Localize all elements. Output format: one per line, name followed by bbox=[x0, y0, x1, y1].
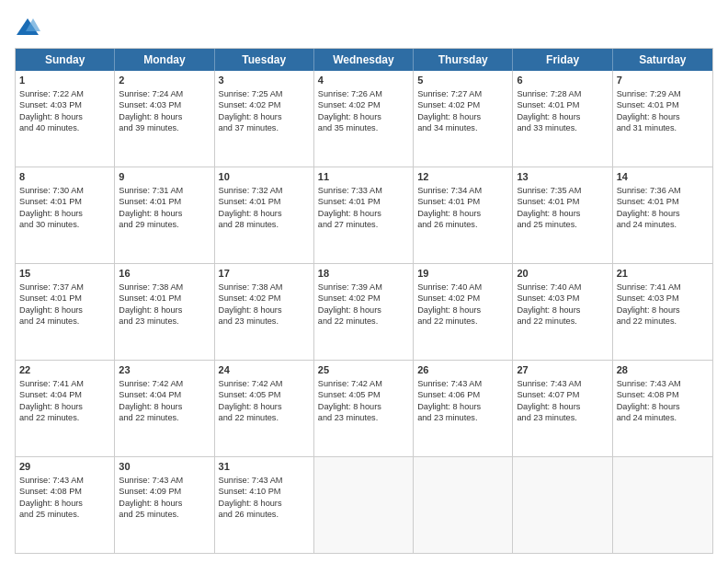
header-day-thursday: Thursday bbox=[414, 49, 513, 71]
day-info-line: Sunrise: 7:43 AM bbox=[219, 475, 310, 486]
day-info-line: Sunset: 4:04 PM bbox=[119, 389, 210, 400]
day-info-line: Sunset: 4:01 PM bbox=[119, 293, 210, 304]
day-info-line: Sunset: 4:10 PM bbox=[219, 486, 310, 497]
header-day-tuesday: Tuesday bbox=[215, 49, 314, 71]
day-info-line: and 37 minutes. bbox=[219, 122, 310, 133]
day-number: 22 bbox=[19, 363, 110, 377]
day-info-line: Daylight: 8 hours bbox=[219, 401, 310, 412]
day-cell-30: 30Sunrise: 7:43 AMSunset: 4:09 PMDayligh… bbox=[115, 457, 214, 553]
day-info-line: Sunrise: 7:42 AM bbox=[119, 378, 210, 389]
day-info-line: Sunrise: 7:35 AM bbox=[517, 185, 608, 196]
week-row-2: 8Sunrise: 7:30 AMSunset: 4:01 PMDaylight… bbox=[16, 167, 712, 264]
day-info-line: Sunset: 4:04 PM bbox=[19, 389, 110, 400]
day-number: 11 bbox=[318, 170, 409, 184]
day-info-line: Sunset: 4:03 PM bbox=[119, 99, 210, 110]
day-info-line: Sunrise: 7:43 AM bbox=[517, 378, 608, 389]
day-info-line: Daylight: 8 hours bbox=[417, 111, 508, 122]
day-cell-8: 8Sunrise: 7:30 AMSunset: 4:01 PMDaylight… bbox=[16, 167, 115, 263]
day-info-line: Daylight: 8 hours bbox=[119, 208, 210, 219]
day-info-line: Sunrise: 7:40 AM bbox=[517, 282, 608, 293]
day-info-line: and 27 minutes. bbox=[318, 219, 409, 230]
day-info-line: Sunrise: 7:32 AM bbox=[219, 185, 310, 196]
day-cell-5: 5Sunrise: 7:27 AMSunset: 4:02 PMDaylight… bbox=[414, 71, 513, 167]
day-cell-16: 16Sunrise: 7:38 AMSunset: 4:01 PMDayligh… bbox=[115, 264, 214, 360]
day-number: 17 bbox=[219, 267, 310, 281]
day-info-line: Sunset: 4:06 PM bbox=[417, 389, 508, 400]
day-info-line: Sunset: 4:08 PM bbox=[19, 486, 110, 497]
day-info-line: Sunset: 4:01 PM bbox=[318, 196, 409, 207]
day-info-line: Sunset: 4:01 PM bbox=[119, 196, 210, 207]
day-number: 30 bbox=[119, 460, 210, 474]
header-day-wednesday: Wednesday bbox=[314, 49, 414, 71]
day-info-line: Sunrise: 7:43 AM bbox=[417, 378, 508, 389]
day-info-line: Sunset: 4:01 PM bbox=[617, 99, 709, 110]
day-number: 10 bbox=[219, 170, 310, 184]
day-info-line: and 22 minutes. bbox=[517, 316, 608, 327]
day-info-line: Sunset: 4:01 PM bbox=[19, 196, 110, 207]
day-info-line: Daylight: 8 hours bbox=[517, 111, 608, 122]
day-info-line: Daylight: 8 hours bbox=[617, 208, 709, 219]
week-row-1: 1Sunrise: 7:22 AMSunset: 4:03 PMDaylight… bbox=[16, 71, 712, 167]
day-info-line: and 33 minutes. bbox=[517, 122, 608, 133]
day-number: 25 bbox=[318, 363, 409, 377]
day-number: 8 bbox=[19, 170, 110, 184]
day-cell-1: 1Sunrise: 7:22 AMSunset: 4:03 PMDaylight… bbox=[16, 71, 115, 167]
day-info-line: Sunrise: 7:31 AM bbox=[119, 185, 210, 196]
day-number: 21 bbox=[617, 267, 709, 281]
day-info-line: Sunrise: 7:42 AM bbox=[219, 378, 310, 389]
day-info-line: Daylight: 8 hours bbox=[119, 401, 210, 412]
day-info-line: Sunrise: 7:34 AM bbox=[417, 185, 508, 196]
day-cell-6: 6Sunrise: 7:28 AMSunset: 4:01 PMDaylight… bbox=[513, 71, 612, 167]
day-number: 13 bbox=[517, 170, 608, 184]
day-info-line: Daylight: 8 hours bbox=[417, 401, 508, 412]
day-info-line: Daylight: 8 hours bbox=[219, 498, 310, 509]
day-cell-23: 23Sunrise: 7:42 AMSunset: 4:04 PMDayligh… bbox=[115, 361, 214, 456]
day-info-line: Sunset: 4:02 PM bbox=[417, 293, 508, 304]
header-day-sunday: Sunday bbox=[16, 49, 115, 71]
day-number: 3 bbox=[219, 74, 310, 87]
day-info-line: Daylight: 8 hours bbox=[119, 498, 210, 509]
day-info-line: Daylight: 8 hours bbox=[119, 304, 210, 316]
day-cell-14: 14Sunrise: 7:36 AMSunset: 4:01 PMDayligh… bbox=[613, 167, 712, 263]
day-info-line: Sunrise: 7:25 AM bbox=[219, 88, 310, 99]
day-info-line: Sunset: 4:07 PM bbox=[517, 389, 608, 400]
day-info-line: Sunset: 4:01 PM bbox=[219, 196, 310, 207]
day-info-line: Sunset: 4:02 PM bbox=[318, 293, 409, 304]
day-info-line: and 29 minutes. bbox=[119, 219, 210, 230]
day-info-line: Daylight: 8 hours bbox=[318, 111, 409, 122]
day-cell-18: 18Sunrise: 7:39 AMSunset: 4:02 PMDayligh… bbox=[314, 264, 414, 360]
day-info-line: and 24 minutes. bbox=[19, 316, 110, 327]
day-info-line: Daylight: 8 hours bbox=[517, 208, 608, 219]
day-cell-28: 28Sunrise: 7:43 AMSunset: 4:08 PMDayligh… bbox=[613, 361, 712, 456]
day-info-line: and 26 minutes. bbox=[219, 509, 310, 520]
day-info-line: Sunrise: 7:38 AM bbox=[219, 282, 310, 293]
day-info-line: Sunset: 4:03 PM bbox=[617, 293, 709, 304]
day-info-line: Sunset: 4:02 PM bbox=[219, 293, 310, 304]
day-cell-22: 22Sunrise: 7:41 AMSunset: 4:04 PMDayligh… bbox=[16, 361, 115, 456]
day-cell-27: 27Sunrise: 7:43 AMSunset: 4:07 PMDayligh… bbox=[513, 361, 612, 456]
day-number: 26 bbox=[417, 363, 508, 377]
day-info-line: Daylight: 8 hours bbox=[617, 304, 709, 316]
day-info-line: Daylight: 8 hours bbox=[219, 304, 310, 316]
day-info-line: and 22 minutes. bbox=[318, 316, 409, 327]
day-info-line: Sunset: 4:01 PM bbox=[417, 196, 508, 207]
day-number: 20 bbox=[517, 267, 608, 281]
day-info-line: Sunset: 4:05 PM bbox=[219, 389, 310, 400]
empty-cell bbox=[314, 457, 414, 553]
day-info-line: and 23 minutes. bbox=[517, 412, 608, 423]
day-info-line: Daylight: 8 hours bbox=[617, 401, 709, 412]
day-info-line: Daylight: 8 hours bbox=[19, 111, 110, 122]
day-info-line: and 40 minutes. bbox=[19, 122, 110, 133]
day-info-line: Sunrise: 7:33 AM bbox=[318, 185, 409, 196]
day-cell-21: 21Sunrise: 7:41 AMSunset: 4:03 PMDayligh… bbox=[613, 264, 712, 360]
day-info-line: Sunset: 4:08 PM bbox=[617, 389, 709, 400]
empty-cell bbox=[513, 457, 612, 553]
day-number: 28 bbox=[617, 363, 709, 377]
day-info-line: and 34 minutes. bbox=[417, 122, 508, 133]
day-info-line: Sunrise: 7:38 AM bbox=[119, 282, 210, 293]
day-info-line: and 23 minutes. bbox=[119, 316, 210, 327]
day-info-line: and 24 minutes. bbox=[617, 412, 709, 423]
day-info-line: Sunrise: 7:29 AM bbox=[617, 88, 709, 99]
day-info-line: Sunrise: 7:28 AM bbox=[517, 88, 608, 99]
day-info-line: Sunrise: 7:41 AM bbox=[19, 378, 110, 389]
